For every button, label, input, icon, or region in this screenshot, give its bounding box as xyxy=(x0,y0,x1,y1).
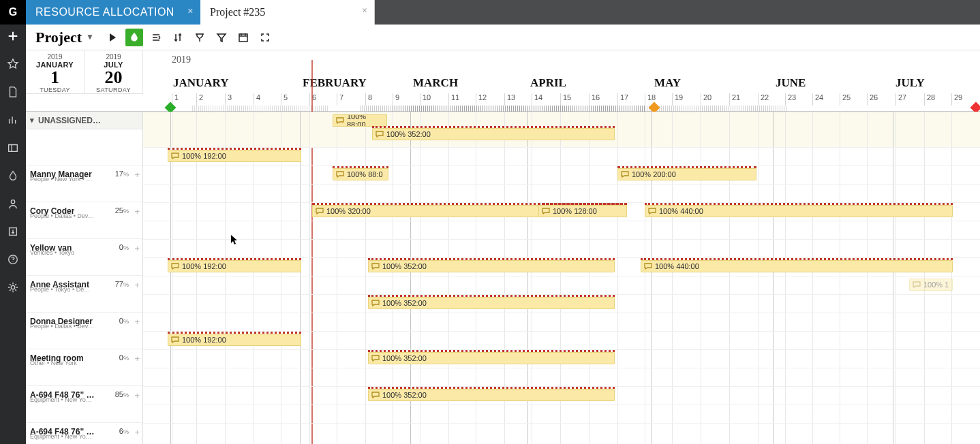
comment-icon[interactable] xyxy=(371,263,380,270)
sort-button[interactable] xyxy=(169,29,187,46)
calendar-button[interactable] xyxy=(234,29,252,46)
app-logo[interactable]: G xyxy=(0,0,26,25)
resource-row[interactable]: Yellow vanVehicles • Tokyo0%+ xyxy=(26,238,142,257)
close-icon[interactable]: × xyxy=(187,5,194,16)
comment-icon[interactable] xyxy=(171,336,179,343)
end-date[interactable]: 2019 JULY 20 SATURDAY xyxy=(85,50,143,93)
group-unassigned[interactable]: ▾ UNASSIGNED… xyxy=(26,112,142,129)
month-label: MARCH xyxy=(413,76,458,90)
comment-icon[interactable] xyxy=(316,208,324,215)
play-button[interactable] xyxy=(104,29,121,46)
resource-row[interactable]: Cory CoderPeople • Dallas • Dev…25%+ xyxy=(26,202,142,220)
start-day: 1 xyxy=(26,69,84,86)
month-label: JANUARY xyxy=(173,76,229,90)
scope-selector[interactable]: Project ▼ xyxy=(30,29,99,46)
lane-row[interactable] xyxy=(143,405,980,423)
add-icon[interactable]: + xyxy=(134,353,140,364)
resource-utilization: 6% xyxy=(119,427,129,435)
person-icon[interactable] xyxy=(7,197,19,212)
allocation-label: 100% 192:00 xyxy=(182,152,226,160)
allocation-bar[interactable]: 100% 352:00 xyxy=(368,297,615,309)
star-icon[interactable] xyxy=(7,58,19,72)
add-icon[interactable]: + xyxy=(134,280,140,290)
drop-button[interactable] xyxy=(125,29,143,46)
lane-row[interactable] xyxy=(143,368,980,386)
resource-meta: Vehicles • Tokyo xyxy=(30,249,74,256)
allocation-bar[interactable]: 100% 192:00 xyxy=(168,260,301,272)
allocation-bar[interactable]: 100% 88:00 xyxy=(333,114,387,127)
comment-icon[interactable] xyxy=(621,171,629,178)
resource-row[interactable]: A-694 F48 76" …Equipment • New Yo…85%+ xyxy=(26,385,142,404)
add-icon[interactable]: + xyxy=(134,170,140,180)
resource-row[interactable]: Meeting roomOther • New York0%+ xyxy=(26,349,142,367)
comment-icon[interactable] xyxy=(371,355,380,362)
lane-row[interactable] xyxy=(143,165,980,184)
resource-utilization: 17% xyxy=(115,170,129,178)
indent-left-button[interactable] xyxy=(147,29,165,46)
allocation-bar[interactable]: 100% 352:00 xyxy=(368,352,615,364)
lane-row[interactable] xyxy=(143,423,980,441)
week-tick: 4 xyxy=(254,93,260,106)
comment-icon[interactable] xyxy=(336,171,344,178)
resource-utilization: 0% xyxy=(119,317,129,325)
allocation-bar[interactable]: 100% 352:00 xyxy=(368,389,615,401)
add-icon[interactable]: + xyxy=(134,206,140,217)
add-icon[interactable]: + xyxy=(134,243,140,253)
resource-row[interactable]: Anne AssistantPeople • Tokyo • De…77%+ xyxy=(26,275,142,294)
comment-icon[interactable] xyxy=(371,300,380,306)
filter-clear-button[interactable] xyxy=(191,29,209,46)
comment-icon[interactable] xyxy=(542,208,550,215)
lane-row[interactable] xyxy=(143,313,980,331)
add-icon[interactable]: + xyxy=(134,427,140,437)
allocation-bar[interactable]: 100% 192:00 xyxy=(168,150,301,162)
comment-icon[interactable] xyxy=(376,131,384,138)
comment-icon[interactable] xyxy=(171,153,179,159)
allocation-bar[interactable]: 100% 128:00 xyxy=(538,205,627,217)
document-icon[interactable] xyxy=(7,86,19,100)
resource-utilization: 25% xyxy=(115,206,129,215)
resource-row[interactable]: A-694 F48 76" …Equipment • New Yo…6%+ xyxy=(26,422,142,441)
allocation-bar[interactable]: 100% 440:00 xyxy=(645,205,953,217)
comment-icon[interactable] xyxy=(648,208,656,215)
allocation-bar[interactable]: 100% 352:00 xyxy=(368,260,615,272)
lane-row[interactable] xyxy=(143,276,980,294)
tab-resource-allocation[interactable]: Resource Allocation × xyxy=(26,0,200,25)
comment-icon[interactable] xyxy=(913,281,921,288)
chart-icon[interactable] xyxy=(7,114,19,128)
close-icon[interactable]: × xyxy=(362,5,367,16)
help-icon[interactable] xyxy=(7,253,19,268)
board-icon[interactable] xyxy=(7,142,19,156)
export-icon[interactable] xyxy=(7,225,19,240)
week-tick: 13 xyxy=(504,93,515,106)
lane-row[interactable] xyxy=(143,184,980,202)
comment-icon[interactable] xyxy=(171,263,179,270)
resource-row[interactable]: Manny ManagerPeople • New York • …17%+ xyxy=(26,165,142,183)
resource-row[interactable]: Donna DesignerPeople • Dallas • Dev…0%+ xyxy=(26,312,142,330)
allocation-bar[interactable]: 100% 200:00 xyxy=(617,168,756,180)
tab-project-235[interactable]: Project #235 × xyxy=(200,0,375,25)
comment-icon[interactable] xyxy=(644,263,652,270)
week-tick: 5 xyxy=(281,93,288,106)
lane-row[interactable] xyxy=(143,221,980,239)
allocation-bar[interactable]: 100% 88:0 xyxy=(333,168,388,180)
allocation-bar[interactable]: 100% 192:00 xyxy=(168,334,301,346)
timeline-scale[interactable]: JANUARYFEBRUARYMARCHAPRILMAYJUNEJULY 123… xyxy=(169,50,980,111)
comment-icon[interactable] xyxy=(336,117,344,124)
timeline-lanes[interactable]: 100% 88:00100% 352:00100% 192:00100% 88:… xyxy=(143,112,980,444)
add-icon[interactable]: + xyxy=(134,317,140,327)
fullscreen-button[interactable] xyxy=(256,29,274,46)
gear-icon[interactable] xyxy=(7,281,19,296)
week-tick: 24 xyxy=(812,93,823,106)
allocation-bar[interactable]: 100% 440:00 xyxy=(641,260,953,272)
drop-icon[interactable] xyxy=(7,170,19,184)
start-date[interactable]: 2019 JANUARY 1 TUESDAY xyxy=(26,50,85,93)
allocation-label: 100% 128:00 xyxy=(553,207,597,215)
add-icon[interactable]: + xyxy=(134,390,140,400)
comment-icon[interactable] xyxy=(371,392,380,398)
add-icon[interactable] xyxy=(7,30,19,44)
date-range[interactable]: 2019 JANUARY 1 TUESDAY 2019 JULY 20 SATU… xyxy=(26,50,143,94)
allocation-bar[interactable]: 100% 1 xyxy=(909,279,953,291)
filter-button[interactable] xyxy=(213,29,230,46)
lane-row[interactable] xyxy=(143,239,980,257)
allocation-bar[interactable]: 100% 352:00 xyxy=(372,128,615,140)
